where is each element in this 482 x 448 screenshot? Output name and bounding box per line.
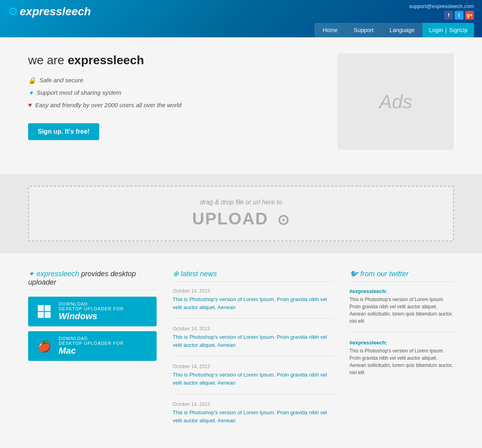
mac-dl-big: Mac: [59, 346, 76, 356]
windows-download-text: DOWNLOADDESKTOP UPLOADER FOR Windows: [59, 301, 124, 322]
upload-label: UPLOAD ⊙: [41, 209, 441, 228]
feature-sharing: ✦ Support most of sharing system: [28, 89, 321, 97]
news-text-4[interactable]: This is Photoshop's version of Lorem Ips…: [173, 409, 333, 424]
bottom-inner: ✦expressleech provides desktop uploader …: [20, 269, 462, 439]
auth-separator: |: [445, 27, 447, 33]
tweet-handle-2: #expressleech:: [349, 340, 454, 346]
news-col: ⊕ latest news October 14, 2013 This is P…: [173, 269, 333, 439]
hero-content: we are expressleech 🔒 Safe and secure ✦ …: [28, 53, 321, 150]
ads-box: Ads: [337, 53, 454, 150]
news-date-2: October 14, 2013: [173, 326, 333, 332]
upload-hint: drag & drop file or url here to: [41, 199, 441, 206]
windows-logo: [38, 305, 51, 318]
logo-area: ⚙ expressleech: [8, 5, 91, 18]
twitter-col: 🐦 from our twitter #expressleech: This i…: [349, 269, 454, 439]
news-date-4: October 14, 2013: [173, 401, 333, 407]
tweet-handle-1: #expressleech:: [349, 288, 454, 294]
twitter-title-text: from our twitter: [360, 270, 408, 278]
nav-auth: Login | SignUp: [423, 23, 474, 37]
social-icons: f t g+: [409, 11, 474, 20]
feature-users: ♥ Easy and friendly by over 2000 users a…: [28, 102, 321, 109]
nav-links: Home Support Language: [315, 23, 423, 37]
star-icon: ✦: [28, 89, 33, 97]
news-text-2[interactable]: This is Photoshop's version of Lorem Ips…: [173, 333, 333, 349]
lock-icon: 🔒: [28, 77, 36, 84]
news-date-3: October 14, 2013: [173, 364, 333, 369]
news-title-text: latest news: [181, 270, 217, 278]
mac-dl-small: DOWNLOADDESKTOP UPLOADER FOR: [59, 336, 124, 346]
apple-icon: 🍎: [35, 336, 54, 356]
bottom-section: ✦expressleech provides desktop uploader …: [0, 253, 482, 448]
support-email: support@expressleech.com: [409, 3, 474, 9]
news-date-1: October 14, 2013: [173, 288, 333, 294]
windows-download-button[interactable]: DOWNLOADDESKTOP UPLOADER FOR Windows: [28, 297, 157, 326]
header-right: support@expressleech.com f t g+: [409, 3, 474, 20]
twitter-icon[interactable]: t: [455, 11, 464, 20]
gear-icon: ⚙: [8, 5, 18, 18]
upload-text: UPLOAD: [192, 209, 268, 228]
hero-title-prefix: we are: [28, 53, 67, 67]
header: ⚙ expressleech support@expressleech.com …: [0, 0, 482, 37]
tweet-text-1: This is Photoshop's version of Lorem Ips…: [349, 296, 454, 325]
upload-icon: ⊙: [277, 212, 290, 228]
windows-dl-small: DOWNLOADDESKTOP UPLOADER FOR: [59, 301, 124, 311]
hero-inner: we are expressleech 🔒 Safe and secure ✦ …: [20, 53, 462, 150]
desktop-title: ✦expressleech provides desktop uploader: [28, 269, 157, 290]
desktop-title-icon: ✦: [28, 270, 34, 278]
news-item-3: October 14, 2013 This is Photoshop's ver…: [173, 364, 333, 394]
mac-download-button[interactable]: 🍎 DOWNLOADDESKTOP UPLOADER FOR Mac: [28, 331, 157, 361]
tweet-1: #expressleech: This is Photoshop's versi…: [349, 288, 454, 332]
news-item-2: October 14, 2013 This is Photoshop's ver…: [173, 326, 333, 356]
news-text-1[interactable]: This is Photoshop's version of Lorem Ips…: [173, 295, 333, 311]
heart-icon: ♥: [28, 102, 32, 109]
hero-title: we are expressleech: [28, 53, 321, 67]
mac-download-text: DOWNLOADDESKTOP UPLOADER FOR Mac: [59, 336, 124, 356]
upload-section: drag & drop file or url here to UPLOAD ⊙: [0, 174, 482, 253]
twitter-title: 🐦 from our twitter: [349, 269, 454, 282]
hero-title-brand: expressleech: [67, 53, 144, 67]
news-text-3[interactable]: This is Photoshop's version of Lorem Ips…: [173, 371, 333, 387]
tweet-2: #expressleech: This is Photoshop's versi…: [349, 340, 454, 383]
signup-link[interactable]: SignUp: [449, 27, 468, 33]
upload-inner: drag & drop file or url here to UPLOAD ⊙: [20, 186, 462, 241]
feature-safe-text: Safe and secure: [39, 77, 83, 83]
login-link[interactable]: Login: [429, 27, 443, 33]
nav-language[interactable]: Language: [382, 23, 423, 37]
twitter-title-icon: 🐦: [349, 270, 360, 278]
feature-sharing-text: Support most of sharing system: [37, 89, 121, 96]
nav-support[interactable]: Support: [346, 23, 382, 37]
feature-users-text: Easy and friendly by over 2000 users all…: [35, 102, 182, 108]
apple-logo: 🍎: [37, 340, 51, 353]
upload-box[interactable]: drag & drop file or url here to UPLOAD ⊙: [28, 186, 454, 241]
news-title: ⊕ latest news: [173, 269, 333, 282]
desktop-title-brand: expressleech: [37, 270, 79, 278]
hero-section: we are expressleech 🔒 Safe and secure ✦ …: [0, 37, 482, 174]
nav-bar: Home Support Language Login | SignUp: [0, 23, 482, 37]
windows-icon: [35, 302, 54, 321]
news-item-1: October 14, 2013 This is Photoshop's ver…: [173, 288, 333, 319]
logo-text: expressleech: [20, 5, 91, 18]
signup-button[interactable]: Sign up. It's free!: [28, 123, 99, 140]
news-item-4: October 14, 2013 This is Photoshop's ver…: [173, 401, 333, 432]
googleplus-icon[interactable]: g+: [465, 11, 474, 20]
desktop-col: ✦expressleech provides desktop uploader …: [28, 269, 157, 439]
windows-dl-big: Windows: [59, 311, 97, 321]
facebook-icon[interactable]: f: [444, 11, 453, 20]
tweet-text-2: This is Photoshop's version of Lorem Ips…: [349, 347, 454, 376]
ads-label: Ads: [379, 91, 413, 113]
header-top: ⚙ expressleech support@expressleech.com …: [0, 0, 482, 20]
nav-home[interactable]: Home: [315, 23, 345, 37]
news-title-icon: ⊕: [173, 270, 181, 278]
feature-safe: 🔒 Safe and secure: [28, 77, 321, 84]
